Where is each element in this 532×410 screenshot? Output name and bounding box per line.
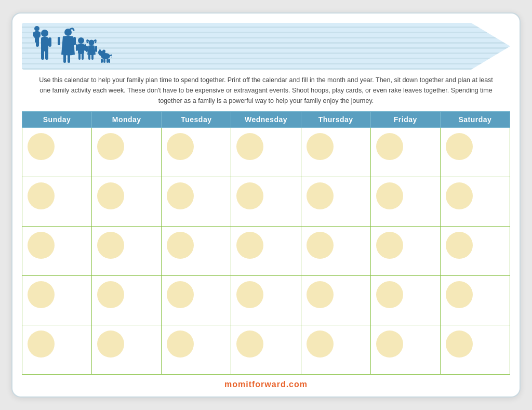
day-header-monday: Monday xyxy=(92,112,162,128)
calendar-dot xyxy=(307,330,334,358)
svg-rect-33 xyxy=(109,59,110,63)
svg-point-6 xyxy=(34,26,39,31)
svg-rect-8 xyxy=(33,32,35,37)
calendar-cell xyxy=(92,276,162,325)
calendar-cell xyxy=(22,276,92,325)
svg-rect-11 xyxy=(37,37,39,43)
svg-rect-30 xyxy=(101,59,103,63)
calendar-dot xyxy=(446,330,473,358)
svg-rect-10 xyxy=(35,37,37,43)
calendar-row xyxy=(22,227,510,276)
calendar-dot xyxy=(376,281,403,308)
calendar-cell xyxy=(92,227,162,276)
svg-rect-9 xyxy=(38,32,41,37)
calendar-cell xyxy=(162,276,231,325)
calendar-cell xyxy=(301,276,370,325)
calendar-cell xyxy=(92,128,162,177)
calendar-dot xyxy=(446,232,473,259)
calendar-cell xyxy=(231,177,301,227)
calendar-dot xyxy=(236,330,263,358)
calendar-cell xyxy=(231,227,301,276)
calendar-cell xyxy=(22,177,92,227)
calendar-cell xyxy=(231,128,301,177)
svg-rect-26 xyxy=(88,54,90,60)
svg-rect-32 xyxy=(107,59,109,63)
calendar-dot xyxy=(167,133,194,160)
calendar-dot xyxy=(236,133,263,160)
calendar-cell xyxy=(92,177,162,227)
svg-point-17 xyxy=(78,37,84,44)
day-header-saturday: Saturday xyxy=(440,112,510,128)
calendar-cell xyxy=(370,276,440,325)
calendar-dot xyxy=(167,281,194,308)
calendar-cell xyxy=(231,276,301,325)
svg-rect-19 xyxy=(76,44,78,51)
calendar-dot xyxy=(97,182,124,209)
calendar-dot xyxy=(28,182,55,209)
svg-point-0 xyxy=(41,30,48,37)
svg-rect-27 xyxy=(91,54,94,60)
footer-url: momitforward.com xyxy=(224,380,308,389)
calendar-cell xyxy=(440,227,510,276)
calendar-cell xyxy=(440,325,510,375)
calendar-dot xyxy=(446,182,473,209)
header-section xyxy=(22,23,510,70)
calendar-dot xyxy=(97,232,124,259)
family-silhouette xyxy=(29,26,112,69)
calendar-cell xyxy=(22,128,92,177)
svg-rect-25 xyxy=(95,46,97,52)
svg-rect-15 xyxy=(63,54,66,63)
calendar-page: Use this calendar to help your family pl… xyxy=(11,12,521,398)
svg-rect-2 xyxy=(41,49,44,60)
calendar-dot xyxy=(167,232,194,259)
calendar-dot xyxy=(236,232,263,259)
calendar-cell xyxy=(162,177,231,227)
calendar-cell xyxy=(301,177,370,227)
svg-rect-14 xyxy=(73,37,76,45)
calendar-cell xyxy=(440,177,510,227)
svg-rect-31 xyxy=(103,59,105,63)
day-header-wednesday: Wednesday xyxy=(231,112,301,128)
svg-rect-16 xyxy=(68,54,70,63)
calendar-cell xyxy=(22,227,92,276)
day-header-tuesday: Tuesday xyxy=(162,112,231,128)
calendar-row xyxy=(22,177,510,227)
calendar-cell xyxy=(92,325,162,375)
calendar-cell xyxy=(301,325,370,375)
calendar-dot xyxy=(376,232,403,259)
calendar-dot xyxy=(307,281,334,308)
calendar-dot xyxy=(97,330,124,358)
calendar-cell xyxy=(440,276,510,325)
svg-rect-21 xyxy=(78,53,81,60)
svg-rect-1 xyxy=(41,37,48,51)
calendar-dot xyxy=(307,133,334,160)
calendar-dot xyxy=(28,330,55,358)
day-header-thursday: Thursday xyxy=(301,112,370,128)
svg-rect-13 xyxy=(58,37,60,45)
svg-rect-22 xyxy=(82,53,84,60)
calendar-cell xyxy=(370,227,440,276)
calendar-header-row: Sunday Monday Tuesday Wednesday Thursday… xyxy=(22,112,510,128)
calendar-dot xyxy=(28,133,55,160)
svg-point-35 xyxy=(102,50,105,54)
calendar-dot xyxy=(167,330,194,358)
calendar-cell xyxy=(162,128,231,177)
calendar-cell xyxy=(370,128,440,177)
calendar-dot xyxy=(446,133,473,160)
calendar-dot xyxy=(307,182,334,209)
description-text: Use this calendar to help your family pl… xyxy=(22,75,510,106)
calendar-dot xyxy=(28,281,55,308)
calendar-dot xyxy=(167,182,194,209)
calendar-dot xyxy=(376,182,403,209)
calendar-dot xyxy=(97,133,124,160)
svg-point-23 xyxy=(89,40,95,46)
calendar-cell xyxy=(440,128,510,177)
calendar-table: Sunday Monday Tuesday Wednesday Thursday… xyxy=(22,111,510,375)
calendar-dot xyxy=(307,232,334,259)
svg-rect-18 xyxy=(78,44,84,54)
calendar-cell xyxy=(301,128,370,177)
svg-rect-24 xyxy=(86,46,88,52)
calendar-dot xyxy=(446,281,473,308)
day-header-sunday: Sunday xyxy=(22,112,92,128)
calendar-dot xyxy=(236,281,263,308)
